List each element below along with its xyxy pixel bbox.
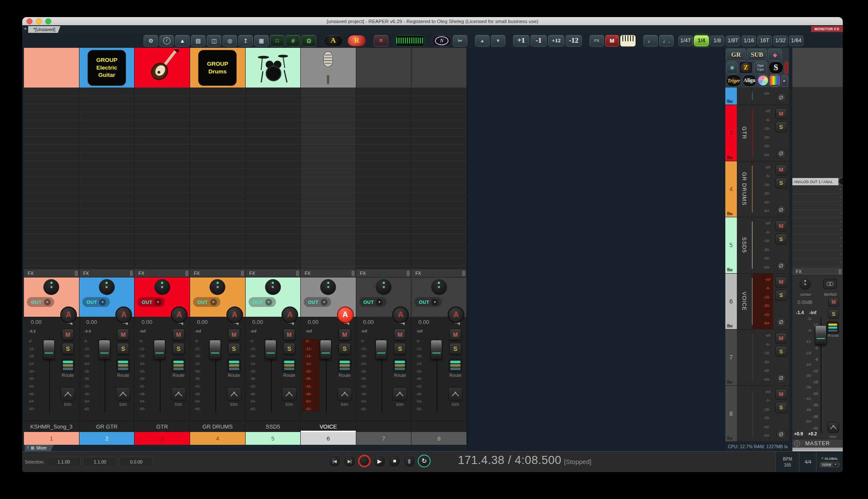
playback-position[interactable]: 171.4.38 / 4:08.500 xyxy=(458,454,561,467)
volume-value[interactable]: 0.00 xyxy=(197,319,208,325)
trim-envelope-button[interactable] xyxy=(282,387,296,401)
fx-scroll-nub[interactable] xyxy=(241,271,244,276)
toolbar-button[interactable]: ▼ xyxy=(491,35,505,47)
track-row[interactable]: 4 GR DRUMS -inf-6--18--30--42--54- M S xyxy=(725,161,789,218)
track-number[interactable]: 8 xyxy=(411,432,466,445)
record-arm-button[interactable]: A xyxy=(171,306,188,323)
mute-button[interactable]: M xyxy=(449,329,461,340)
phase-button[interactable]: Ø xyxy=(776,429,786,439)
trim-envelope-button[interactable] xyxy=(116,387,130,401)
track-name[interactable]: GTR xyxy=(135,420,190,432)
selection-end-field[interactable]: 1.1.00 xyxy=(83,457,117,467)
route-label[interactable]: Route xyxy=(283,373,295,378)
toolbar-button[interactable]: ⚙ xyxy=(144,35,158,47)
track-icon-header[interactable] xyxy=(135,48,190,88)
fader-cap[interactable] xyxy=(209,340,221,359)
panel-toolbar-button[interactable]: ▸ xyxy=(781,75,788,87)
master-output-label[interactable]: ANALOG OUT 1 / ANAL xyxy=(792,178,839,185)
panel-toolbar-button[interactable]: Ope Cycl xyxy=(754,61,767,73)
track-icon-header[interactable] xyxy=(356,48,411,88)
toolbar-button[interactable]: Ω xyxy=(302,35,316,47)
volume-fader[interactable] xyxy=(264,336,277,414)
track-icon-header[interactable] xyxy=(246,48,301,88)
toolbar-button[interactable] xyxy=(469,35,474,47)
track-icon-header[interactable] xyxy=(411,48,466,88)
bpm-value[interactable]: 165 xyxy=(784,463,791,467)
trim-envelope-button[interactable] xyxy=(227,387,241,401)
fx-insert-list[interactable] xyxy=(135,88,190,269)
fx-insert-list[interactable] xyxy=(79,88,135,269)
route-indicator[interactable] xyxy=(61,359,75,372)
mono-button[interactable] xyxy=(823,279,837,289)
toolbar-button[interactable]: M xyxy=(605,35,619,47)
output-select-button[interactable]: OUT ▼ xyxy=(193,297,220,307)
toolbar-button[interactable]: ↥ xyxy=(238,35,253,47)
fx-button-row[interactable]: FX xyxy=(135,269,190,277)
output-select-button[interactable]: OUT ▼ xyxy=(138,297,165,307)
master-fx-row[interactable]: FX xyxy=(792,267,843,276)
transport-button[interactable] xyxy=(358,455,371,467)
toolbar-button[interactable]: ♩ xyxy=(643,35,658,47)
output-select-button[interactable]: OUT ▼ xyxy=(249,297,276,307)
global-automation-select[interactable]: none ▼ xyxy=(819,462,840,467)
track-icon-header[interactable]: GROUP Drums xyxy=(190,48,245,88)
track-row[interactable]: -inf-6--18--30--42--54- M S Ø xyxy=(725,88,789,105)
panel-toolbar-button[interactable]: ◆ xyxy=(768,49,782,61)
fx-scroll-nub[interactable] xyxy=(75,271,78,276)
toolbar-button[interactable]: R xyxy=(347,35,366,47)
volume-value[interactable]: 0.00 xyxy=(363,319,374,325)
toolbar-button[interactable]: FX xyxy=(589,35,604,47)
transport-button[interactable]: || xyxy=(403,455,416,467)
track-name-vertical[interactable]: VOICE xyxy=(737,274,752,330)
fx-button-row[interactable]: FX xyxy=(190,269,245,277)
toolbar-button[interactable]: ◫ xyxy=(207,35,221,47)
titlebar[interactable]: [unsaved project] - REAPER v6.29 - Regis… xyxy=(22,17,843,25)
toolbar-button[interactable] xyxy=(396,35,424,47)
solo-button[interactable]: S xyxy=(775,290,787,301)
panel-toolbar-button[interactable]: Align xyxy=(742,75,756,87)
output-select-button[interactable]: OUT ▼ xyxy=(82,297,110,307)
toolbar-button[interactable] xyxy=(637,35,642,47)
output-select-button[interactable]: OUT ▼ xyxy=(27,297,54,307)
volume-fader[interactable] xyxy=(430,336,443,414)
fx-insert-list[interactable] xyxy=(190,88,245,269)
fader-cap[interactable] xyxy=(154,340,165,359)
panel-toolbar-button[interactable]: SUB xyxy=(747,49,767,61)
fx-insert-list[interactable] xyxy=(356,88,411,269)
master-solo-button[interactable]: S xyxy=(828,309,839,319)
fader-cap[interactable] xyxy=(320,340,331,359)
toolbar-button[interactable]: ▲ xyxy=(475,35,490,47)
toolbar-button[interactable]: -12 xyxy=(566,35,582,47)
pan-knob[interactable] xyxy=(154,279,170,295)
solo-button[interactable]: S xyxy=(283,343,295,354)
panel-toolbar-button[interactable] xyxy=(785,61,788,73)
toolbar-button[interactable]: ✂ xyxy=(453,35,467,47)
toolbar-button[interactable]: ◎ xyxy=(223,35,237,47)
track-name-vertical[interactable]: SSD5 xyxy=(737,217,752,273)
record-arm-button[interactable]: A xyxy=(448,306,464,323)
output-knob-icon[interactable] xyxy=(838,177,843,186)
toolbar-button[interactable]: ▲ xyxy=(175,35,190,47)
phase-button[interactable]: Ø xyxy=(776,92,786,102)
fader-cap[interactable] xyxy=(43,340,55,359)
arrange-area[interactable] xyxy=(467,48,726,451)
fx-button-row[interactable]: FX xyxy=(246,269,301,277)
route-indicator[interactable] xyxy=(449,359,462,372)
fx-insert-list[interactable] xyxy=(246,88,301,269)
trim-envelope-button[interactable] xyxy=(171,387,186,401)
route-label[interactable]: Route xyxy=(449,373,461,378)
toolbar-button[interactable]: A xyxy=(324,35,343,47)
track-icon-header[interactable] xyxy=(301,48,356,88)
toolbar-button[interactable] xyxy=(425,35,431,47)
master-pan-knob[interactable] xyxy=(799,278,811,290)
trim-envelope-button[interactable] xyxy=(337,387,352,401)
mute-button[interactable]: M xyxy=(775,220,787,231)
volume-value[interactable]: 0.00 xyxy=(141,319,152,325)
panel-toolbar-button[interactable]: ◉ xyxy=(726,61,738,73)
track-number[interactable]: 7 xyxy=(356,432,411,445)
volume-fader[interactable] xyxy=(209,336,222,414)
panel-toolbar-button[interactable]: Triger xyxy=(726,75,741,87)
toolbar-button[interactable] xyxy=(583,35,588,47)
toolbar-button[interactable]: ▤ xyxy=(191,35,205,47)
fx-button-row[interactable]: FX xyxy=(301,269,356,277)
